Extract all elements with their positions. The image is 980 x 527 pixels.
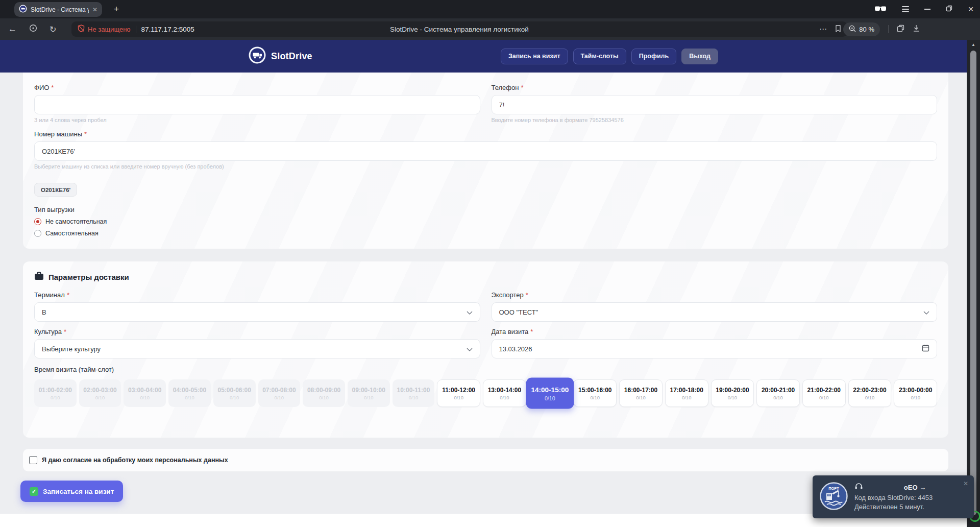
terminal-select[interactable]: В bbox=[34, 302, 480, 322]
nav-button-visit[interactable]: Запись на визит bbox=[501, 49, 568, 64]
page-content: ФИО* 3 или 4 слова через пробел Телефон*… bbox=[0, 73, 967, 527]
radio-icon bbox=[34, 218, 41, 225]
submit-visit-button[interactable]: ✓ Записаться на визит bbox=[20, 481, 123, 502]
browser-tab-bar: SlotDrive - Система уп ✕ + ✕ bbox=[0, 0, 980, 18]
fio-input[interactable] bbox=[34, 95, 480, 114]
visit-date-label: Дата визита* bbox=[492, 328, 938, 336]
timeslot[interactable]: 19:00-20:00 0/10 bbox=[711, 379, 754, 407]
timeslot[interactable]: 11:00-12:00 0/10 bbox=[437, 379, 480, 407]
calendar-icon bbox=[922, 344, 929, 353]
tab-favicon-icon bbox=[19, 5, 27, 15]
phone-hint: Вводите номер телефона в формате 7952583… bbox=[492, 117, 938, 123]
radio-icon bbox=[34, 230, 41, 237]
browser-menu-icon[interactable] bbox=[902, 6, 909, 12]
car-number-hint: Выберите машину из списка или введите но… bbox=[34, 163, 937, 170]
nav-button-logout[interactable]: Выход bbox=[681, 49, 718, 64]
address-bar[interactable]: Не защищено 87.117.17.2:5005 SlotDrive -… bbox=[71, 21, 847, 37]
browser-scrollbar[interactable]: ▲ bbox=[967, 40, 980, 527]
timeslot: 09:00-10:00 0/10 bbox=[348, 379, 390, 407]
new-tab-button[interactable]: + bbox=[109, 2, 124, 16]
car-number-input[interactable] bbox=[34, 141, 937, 161]
nav-button-profile[interactable]: Профиль bbox=[631, 49, 677, 64]
chevron-down-icon bbox=[467, 345, 473, 353]
timeslot[interactable]: 13:00-14:00 0/10 bbox=[483, 379, 526, 407]
timeslot[interactable]: 15:00-16:00 0/10 bbox=[573, 379, 617, 407]
culture-label: Культура* bbox=[34, 328, 480, 336]
close-window-icon[interactable]: ✕ bbox=[968, 5, 974, 13]
timeslot[interactable]: 23:00-00:00 0/10 bbox=[894, 379, 937, 407]
headset-icon bbox=[854, 483, 863, 492]
timeslot: 02:00-03:00 0/10 bbox=[79, 379, 121, 407]
visit-date-input[interactable]: 13.03.2026 bbox=[492, 339, 938, 358]
bookmark-icon[interactable] bbox=[835, 25, 841, 34]
security-badge[interactable]: Не защищено bbox=[78, 25, 131, 34]
driver-form-card: ФИО* 3 или 4 слова через пробел Телефон*… bbox=[23, 73, 948, 249]
delivery-params-card: Параметры доставки Терминал* В Экспортер… bbox=[23, 261, 948, 438]
shield-off-icon bbox=[78, 25, 85, 34]
timeslot[interactable]: 20:00-21:00 0/10 bbox=[756, 379, 800, 407]
reload-icon[interactable]: ↻ bbox=[50, 25, 56, 34]
timeslot[interactable]: 14:00-15:00 0/10 bbox=[526, 377, 573, 409]
minimize-icon[interactable] bbox=[924, 9, 930, 10]
download-icon[interactable] bbox=[913, 25, 920, 34]
check-icon: ✓ bbox=[30, 487, 38, 496]
browser-toolbar: ← ↻ Не защищено 87.117.17.2:5005 SlotDri… bbox=[0, 18, 980, 40]
scrollbar-thumb[interactable] bbox=[970, 51, 976, 515]
browser-profile-icon[interactable] bbox=[29, 24, 37, 34]
brand-logo[interactable]: SlotDrive bbox=[249, 46, 312, 66]
brand-logo-icon bbox=[249, 46, 266, 66]
collections-icon[interactable] bbox=[897, 25, 904, 34]
culture-select[interactable]: Выберите культуру bbox=[34, 339, 480, 358]
brand-name: SlotDrive bbox=[271, 51, 312, 62]
notification-line2: Действителен 5 минут. bbox=[854, 502, 967, 512]
site-navbar: SlotDrive Запись на визит Тайм-слоты Про… bbox=[0, 40, 967, 73]
back-icon[interactable]: ← bbox=[8, 24, 17, 34]
car-number-chip[interactable]: О201КЕ76' bbox=[34, 183, 77, 197]
radio-option-not-self[interactable]: Не самостоятельная bbox=[34, 218, 937, 225]
chevron-down-icon bbox=[923, 308, 929, 316]
consent-row: Я даю согласие на обработку моих персона… bbox=[23, 449, 948, 471]
nav-button-timeslots[interactable]: Тайм-слоты bbox=[573, 49, 626, 64]
timeslot: 07:00-08:00 0/10 bbox=[258, 379, 301, 407]
exporter-label: Экспортер* bbox=[492, 291, 938, 299]
tab-title: SlotDrive - Система уп bbox=[31, 6, 89, 13]
unload-type-label: Тип выгрузки bbox=[34, 206, 937, 213]
svg-text:ПОРТ: ПОРТ bbox=[828, 486, 839, 490]
login-code-notification: ПОРТ оЕО → Код входа SlotDrive: 4453 Дей… bbox=[813, 475, 974, 518]
timeslot-label: Время визита (тайм-слот) bbox=[34, 366, 937, 373]
divider bbox=[888, 25, 889, 33]
consent-label: Я даю согласие на обработку моих персона… bbox=[42, 457, 228, 464]
timeslot: 04:00-05:00 0/10 bbox=[168, 379, 211, 407]
more-icon[interactable]: ⋯ bbox=[819, 25, 827, 34]
timeslot[interactable]: 16:00-17:00 0/10 bbox=[619, 379, 663, 407]
consent-checkbox[interactable] bbox=[29, 456, 37, 464]
browser-tab[interactable]: SlotDrive - Система уп ✕ bbox=[14, 2, 102, 17]
car-number-label: Номер машины* bbox=[34, 130, 937, 138]
port-logo-icon: ПОРТ bbox=[820, 482, 848, 512]
timeslot[interactable]: 21:00-22:00 0/10 bbox=[802, 379, 846, 407]
restore-icon[interactable] bbox=[946, 5, 952, 14]
notification-title: оЕО → bbox=[863, 484, 967, 491]
notification-close-icon[interactable]: ✕ bbox=[963, 480, 968, 487]
delivery-section-icon bbox=[34, 272, 44, 282]
timeslot[interactable]: 17:00-18:00 0/10 bbox=[665, 379, 708, 407]
timeslot: 05:00-06:00 0/10 bbox=[213, 379, 256, 407]
timeslot-list: 01:00-02:00 0/10 02:00-03:00 0/10 03:00-… bbox=[34, 379, 937, 407]
radio-option-self[interactable]: Самостоятельная bbox=[34, 230, 937, 237]
timeslot: 01:00-02:00 0/10 bbox=[34, 379, 77, 407]
timeslot: 03:00-04:00 0/10 bbox=[124, 379, 166, 407]
phone-input[interactable] bbox=[492, 95, 938, 114]
scroll-up-icon[interactable]: ▲ bbox=[967, 42, 980, 47]
incognito-icon[interactable] bbox=[874, 5, 887, 14]
timeslot: 08:00-09:00 0/10 bbox=[303, 379, 345, 407]
fio-label: ФИО* bbox=[34, 84, 480, 91]
phone-label: Телефон* bbox=[492, 84, 938, 91]
tab-close-icon[interactable]: ✕ bbox=[92, 6, 97, 13]
url-text: 87.117.17.2:5005 bbox=[141, 26, 194, 33]
notification-line1: Код входа SlotDrive: 4453 bbox=[854, 493, 967, 502]
chevron-down-icon bbox=[467, 308, 473, 316]
exporter-select[interactable]: ООО "ТЕСТ" bbox=[492, 302, 938, 322]
unload-type-group: Тип выгрузки Не самостоятельная Самостоя… bbox=[34, 206, 937, 237]
zoom-control[interactable]: 80 % bbox=[843, 22, 880, 36]
timeslot[interactable]: 22:00-23:00 0/10 bbox=[848, 379, 892, 407]
